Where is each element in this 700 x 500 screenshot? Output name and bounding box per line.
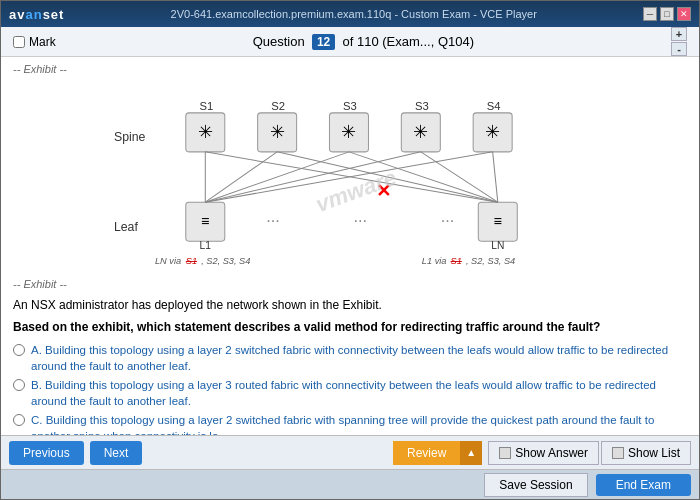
option-c-text: C. Building this topology using a layer … — [31, 412, 687, 435]
content-area: -- Exhibit -- Spine Leaf S1 S2 S3 S3 S4 … — [1, 57, 699, 435]
show-answer-button[interactable]: Show Answer — [488, 441, 599, 465]
show-answer-label: Show Answer — [515, 446, 588, 460]
option-a-text: A. Building this topology using a layer … — [31, 342, 687, 374]
svg-text:L1: L1 — [200, 240, 212, 251]
title-bar-controls: ─ □ ✕ — [643, 7, 691, 21]
close-button[interactable]: ✕ — [677, 7, 691, 21]
svg-text:S1: S1 — [451, 256, 462, 266]
svg-text:, S2, S3, S4: , S2, S3, S4 — [201, 256, 250, 266]
svg-line-34 — [205, 152, 277, 202]
main-window: avanset 2V0-641.examcollection.premium.e… — [0, 0, 700, 500]
svg-text:S4: S4 — [487, 100, 501, 112]
option-c: C. Building this topology using a layer … — [13, 412, 687, 435]
question-text1: An NSX administrator has deployed the ne… — [13, 296, 687, 314]
option-c-radio[interactable] — [13, 414, 25, 426]
show-answer-group: Show Answer Show List — [488, 441, 691, 465]
svg-text:S3: S3 — [343, 100, 357, 112]
svg-text:✳: ✳ — [413, 121, 428, 142]
zoom-controls: + - — [671, 27, 687, 56]
question-header: Mark Question 12 of 110 (Exam..., Q104) … — [1, 27, 699, 57]
show-list-label: Show List — [628, 446, 680, 460]
svg-text:Leaf: Leaf — [114, 220, 139, 234]
svg-text:, S2, S3, S4: , S2, S3, S4 — [466, 256, 515, 266]
show-answer-icon — [499, 447, 511, 459]
maximize-button[interactable]: □ — [660, 7, 674, 21]
option-a-radio[interactable] — [13, 344, 25, 356]
end-exam-button[interactable]: End Exam — [596, 474, 691, 496]
svg-text:S1: S1 — [186, 256, 197, 266]
svg-text:LN: LN — [491, 240, 504, 251]
svg-text:✳: ✳ — [485, 121, 500, 142]
svg-text:≡: ≡ — [201, 213, 209, 229]
avanset-logo: avanset — [9, 7, 64, 22]
option-b: B. Building this topology using a layer … — [13, 377, 687, 409]
title-bar: avanset 2V0-641.examcollection.premium.e… — [1, 1, 699, 27]
svg-text:≡: ≡ — [494, 213, 502, 229]
question-number: 12 — [312, 34, 335, 50]
exhibit-label-top: -- Exhibit -- — [13, 63, 687, 75]
option-a: A. Building this topology using a layer … — [13, 342, 687, 374]
question-of-label: of 110 (Exam..., Q104) — [343, 34, 475, 49]
review-button-group: Review ▲ — [393, 441, 482, 465]
bottom-action-bar: Save Session End Exam — [1, 469, 699, 499]
option-b-radio[interactable] — [13, 379, 25, 391]
title-bar-center: 2V0-641.examcollection.premium.exam.110q… — [64, 8, 643, 20]
mark-checkbox[interactable]: Mark — [13, 35, 56, 49]
review-button[interactable]: Review — [393, 441, 460, 465]
mark-input[interactable] — [13, 36, 25, 48]
svg-text:✳: ✳ — [341, 121, 356, 142]
svg-text:Spine: Spine — [114, 130, 146, 144]
mark-label: Mark — [29, 35, 56, 49]
svg-text:···: ··· — [441, 211, 455, 229]
show-list-button[interactable]: Show List — [601, 441, 691, 465]
minimize-button[interactable]: ─ — [643, 7, 657, 21]
svg-text:L1 via: L1 via — [422, 256, 447, 266]
svg-line-42 — [493, 152, 498, 202]
save-session-button[interactable]: Save Session — [484, 473, 587, 497]
svg-text:✳: ✳ — [198, 121, 213, 142]
option-b-text: B. Building this topology using a layer … — [31, 377, 687, 409]
previous-button[interactable]: Previous — [9, 441, 84, 465]
review-dropdown-button[interactable]: ▲ — [460, 441, 482, 465]
svg-text:S1: S1 — [199, 100, 213, 112]
exhibit-label-bottom: -- Exhibit -- — [13, 278, 687, 290]
zoom-in-button[interactable]: + — [671, 27, 687, 41]
network-diagram: Spine Leaf S1 S2 S3 S3 S4 ✳ ✳ ✳ ✳ ✳ — [13, 79, 687, 274]
svg-line-41 — [421, 152, 498, 202]
question-info: Question 12 of 110 (Exam..., Q104) — [64, 34, 663, 50]
svg-text:S3: S3 — [415, 100, 429, 112]
show-list-icon — [612, 447, 624, 459]
zoom-out-button[interactable]: - — [671, 42, 687, 56]
svg-text:S2: S2 — [271, 100, 285, 112]
bottom-nav-bar: Previous Next Review ▲ Show Answer Show … — [1, 435, 699, 469]
next-button[interactable]: Next — [90, 441, 143, 465]
svg-text:LN via: LN via — [155, 256, 181, 266]
svg-text:···: ··· — [353, 211, 367, 229]
options-list: A. Building this topology using a layer … — [13, 342, 687, 435]
question-label: Question — [253, 34, 305, 49]
svg-text:✳: ✳ — [270, 121, 285, 142]
svg-text:···: ··· — [266, 211, 280, 229]
title-bar-left: avanset — [9, 7, 64, 22]
question-text2: Based on the exhibit, which statement de… — [13, 318, 687, 336]
